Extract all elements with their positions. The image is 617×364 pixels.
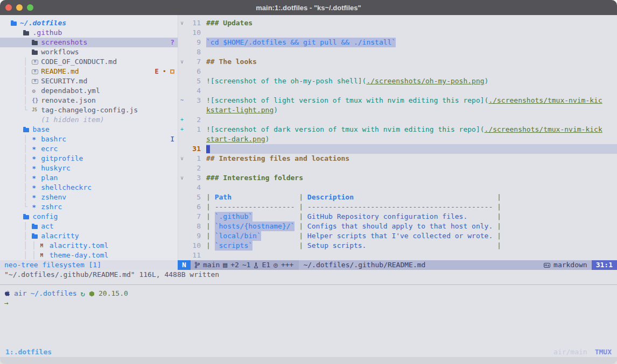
tree-item[interactable]: screenshots? (0, 38, 178, 47)
editor-line[interactable]: ∨11### Updates (178, 18, 617, 28)
tree-item[interactable]: │ │ Malacritty.toml (0, 241, 178, 251)
fold-icon[interactable]: ∨ (178, 18, 186, 28)
editor-line[interactable]: 5| Path | Description | (178, 192, 617, 202)
editor-line[interactable]: 9`cd $HOME/.dotfiles && git pull && ./in… (178, 38, 617, 47)
line-number: 8 (186, 47, 201, 57)
tree-item-badges: I (170, 134, 174, 144)
text-segment: | (299, 231, 307, 241)
shell-pane[interactable]: air ~/.dotfiles ↻ 20.15.0 → 1:.dotfiles … (0, 280, 617, 364)
editor-line[interactable]: +2 (178, 115, 617, 125)
line-number: 7 (186, 57, 201, 67)
text-segment: | (299, 212, 307, 222)
editor-line[interactable]: 11 (178, 251, 617, 260)
editor-line[interactable]: 7| `.github` | GitHub Repository configu… (178, 212, 617, 222)
editor-line[interactable]: +1![screenshot of dark version of tmux w… (178, 125, 617, 134)
neo-tree-sidebar[interactable]: ~/.dotfiles .github screenshots? workflo… (0, 15, 178, 260)
fold-icon[interactable]: ∨ (178, 154, 186, 163)
shell-empty-area (0, 308, 617, 347)
text-segment: | ------------------- | ----------------… (206, 202, 501, 212)
text-segment: Description (307, 192, 354, 202)
tree-indent-guide: │ │ (11, 241, 40, 251)
nvim-pane: ~/.dotfiles .github screenshots? workflo… (0, 15, 617, 260)
fold-icon[interactable]: ∨ (178, 173, 186, 183)
node-version: 20.15.0 (99, 289, 128, 298)
shell-prompt: air ~/.dotfiles ↻ 20.15.0 (0, 289, 617, 298)
tree-item[interactable]: │ *gitprofile (0, 154, 178, 163)
line-number: 31 (186, 144, 201, 154)
statusline-git-segment: main ▤ +2 ~1 E1 ◎ +++ (191, 260, 299, 270)
statusline: N main ▤ +2 ~1 E1 ◎ +++ ~/.dotfile (178, 260, 617, 270)
tree-indent-guide: └ (11, 202, 32, 212)
tree-item[interactable]: │ *zshenv (0, 192, 178, 202)
tree-indent-guide: │ (11, 144, 32, 154)
tree-item[interactable]: config (0, 212, 178, 222)
tree-indent-guide: │ (11, 231, 32, 241)
text-segment: ### Interesting folders (206, 173, 303, 183)
editor-line[interactable]: ∨7## The looks (178, 57, 617, 67)
tree-item[interactable]: │ *huskyrc (0, 163, 178, 173)
editor-line[interactable]: kstart-light.png) (178, 105, 617, 115)
line-number: 9 (186, 231, 201, 241)
editor-line[interactable]: 2 (178, 163, 617, 173)
tree-item[interactable]: │ MCODE_OF_CONDUCT.md (0, 57, 178, 67)
editor-line[interactable]: 8| `hosts/{hostname}/` | Configs that sh… (178, 222, 617, 231)
line-text: | ------------------- | ----------------… (206, 202, 617, 212)
editor-line[interactable]: start-dark.png) (178, 134, 617, 144)
window-title: main:1:.dotfiles - "ks~/.dotfiles" (0, 4, 617, 12)
markdown-file-icon: M (32, 60, 41, 65)
apple-icon (4, 290, 10, 297)
editor-line[interactable]: ∨3### Interesting folders (178, 173, 617, 183)
tree-item[interactable]: base (0, 125, 178, 134)
line-number: 7 (186, 212, 201, 222)
tree-item-badges: ? (170, 38, 174, 47)
tree-item[interactable]: │ MSECURITY.md (0, 76, 178, 86)
text-segment: `local/bin` (215, 231, 261, 241)
editor-line[interactable]: ∨1## Interesting files and locations (178, 154, 617, 163)
tree-item[interactable]: │ ⚙dependabot.yml (0, 86, 178, 96)
tmux-window-1[interactable]: 1:.dotfiles (5, 347, 52, 357)
editor-buffer[interactable]: ∨11### Updates109`cd $HOME/.dotfiles && … (178, 15, 617, 260)
statusline-filetype: markdown (539, 260, 592, 270)
fold-icon[interactable]: ∨ (178, 57, 186, 67)
editor-line[interactable]: 4 (178, 183, 617, 192)
text-segment: ./screenshots/tmux-nvim-kick (485, 125, 602, 134)
tree-indent-guide: │ (11, 76, 32, 86)
tree-item[interactable]: │ *bashrcI (0, 134, 178, 144)
tree-item[interactable]: ~/.dotfiles (0, 18, 178, 28)
editor-line[interactable]: 6| ------------------- | ---------------… (178, 202, 617, 212)
folder-icon (23, 127, 32, 132)
tree-item[interactable]: │ *plan (0, 173, 178, 183)
line-number: 2 (186, 115, 201, 125)
tree-item[interactable]: (1 hidden item) (0, 115, 178, 125)
titlebar: main:1:.dotfiles - "ks~/.dotfiles" (0, 0, 617, 15)
tree-item[interactable]: └ *zshrc (0, 202, 178, 212)
tree-item[interactable]: │ {}renovate.json (0, 96, 178, 105)
tree-item[interactable]: │ MREADME.mdE• (0, 67, 178, 76)
tree-item[interactable]: │ act (0, 222, 178, 231)
tree-item[interactable]: │ *ecrc (0, 144, 178, 154)
editor-line[interactable]: 31 (178, 144, 617, 154)
editor-line[interactable]: 10| `scripts` | Setup scripts. | (178, 241, 617, 251)
editor-line[interactable]: 9| `local/bin` | Helper scripts that I'v… (178, 231, 617, 241)
line-text: `cd $HOME/.dotfiles && git pull && ./ins… (206, 38, 617, 47)
text-segment (253, 241, 299, 251)
editor-line[interactable]: 8 (178, 47, 617, 57)
diff-added: +2 (230, 260, 239, 270)
editor-line[interactable]: 4 (178, 86, 617, 96)
tree-item[interactable]: .github (0, 28, 178, 38)
tmux-pane-divider[interactable] (0, 284, 617, 285)
editor-line[interactable]: 6 (178, 67, 617, 76)
tree-item-label: alacritty (41, 231, 79, 241)
tree-item[interactable]: │ *shellcheckrc (0, 183, 178, 192)
node-icon (89, 291, 95, 297)
tree-item[interactable]: └ JStag-changelog-config.js (0, 105, 178, 115)
tree-item[interactable]: workflows (0, 47, 178, 57)
editor-line[interactable]: 5![screenshot of the oh-my-posh shell](.… (178, 76, 617, 86)
tree-item[interactable]: │ alacritty (0, 231, 178, 241)
editor-line[interactable]: 10 (178, 28, 617, 38)
command-line-message: "~/.dotfiles/.github/README.md" 116L, 44… (0, 270, 617, 280)
tree-item-label: bashrc (41, 134, 66, 144)
editor-line[interactable]: ~3![screenshot of light version of tmux … (178, 96, 617, 105)
tree-item[interactable]: │ │ Mtheme-day.toml (0, 251, 178, 260)
line-text: | Path | Description | (206, 192, 617, 202)
